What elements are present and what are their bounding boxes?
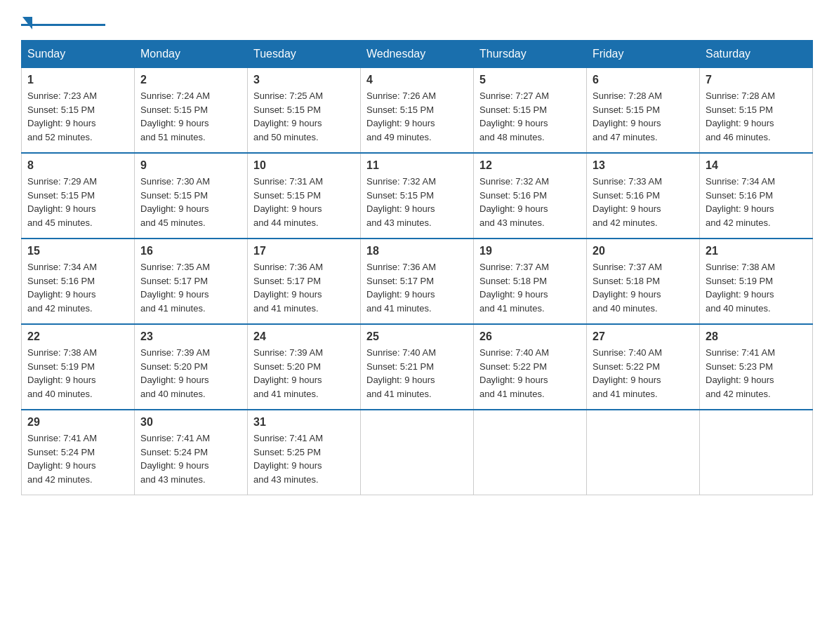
day-info: Sunrise: 7:38 AM Sunset: 5:19 PM Dayligh… bbox=[706, 260, 807, 315]
calendar-day-cell: 1 Sunrise: 7:23 AM Sunset: 5:15 PM Dayli… bbox=[22, 68, 135, 154]
day-info: Sunrise: 7:31 AM Sunset: 5:15 PM Dayligh… bbox=[253, 175, 355, 229]
day-number: 16 bbox=[140, 245, 241, 257]
day-info: Sunrise: 7:40 AM Sunset: 5:22 PM Dayligh… bbox=[479, 346, 581, 401]
day-number: 30 bbox=[140, 416, 241, 429]
day-number: 5 bbox=[479, 74, 581, 86]
calendar-day-cell: 10 Sunrise: 7:31 AM Sunset: 5:15 PM Dayl… bbox=[248, 153, 361, 239]
logo-arrow-icon bbox=[22, 17, 32, 29]
day-info: Sunrise: 7:41 AM Sunset: 5:24 PM Dayligh… bbox=[27, 431, 128, 486]
day-info: Sunrise: 7:26 AM Sunset: 5:15 PM Dayligh… bbox=[366, 89, 468, 144]
calendar-day-cell: 7 Sunrise: 7:28 AM Sunset: 5:15 PM Dayli… bbox=[700, 68, 813, 154]
calendar-day-cell: 14 Sunrise: 7:34 AM Sunset: 5:16 PM Dayl… bbox=[700, 153, 813, 239]
day-info: Sunrise: 7:36 AM Sunset: 5:17 PM Dayligh… bbox=[366, 260, 468, 315]
day-number: 14 bbox=[706, 159, 807, 172]
day-info: Sunrise: 7:23 AM Sunset: 5:15 PM Dayligh… bbox=[27, 89, 128, 144]
calendar-day-cell: 30 Sunrise: 7:41 AM Sunset: 5:24 PM Dayl… bbox=[135, 410, 248, 495]
day-number: 24 bbox=[253, 330, 355, 343]
day-number: 23 bbox=[140, 330, 241, 343]
calendar-week-row: 1 Sunrise: 7:23 AM Sunset: 5:15 PM Dayli… bbox=[22, 68, 813, 154]
calendar-day-cell: 27 Sunrise: 7:40 AM Sunset: 5:22 PM Dayl… bbox=[587, 324, 700, 410]
weekday-header-monday: Monday bbox=[135, 41, 248, 68]
day-info: Sunrise: 7:39 AM Sunset: 5:20 PM Dayligh… bbox=[140, 346, 241, 401]
day-number: 27 bbox=[593, 330, 694, 343]
day-number: 11 bbox=[366, 159, 468, 172]
day-number: 13 bbox=[593, 159, 694, 172]
day-info: Sunrise: 7:40 AM Sunset: 5:22 PM Dayligh… bbox=[593, 346, 694, 401]
day-number: 7 bbox=[706, 74, 807, 86]
day-info: Sunrise: 7:28 AM Sunset: 5:15 PM Dayligh… bbox=[593, 89, 694, 144]
day-info: Sunrise: 7:37 AM Sunset: 5:18 PM Dayligh… bbox=[593, 260, 694, 315]
day-number: 12 bbox=[479, 159, 581, 172]
day-number: 21 bbox=[706, 245, 807, 257]
calendar-day-cell: 24 Sunrise: 7:39 AM Sunset: 5:20 PM Dayl… bbox=[248, 324, 361, 410]
day-number: 15 bbox=[27, 245, 128, 257]
calendar-day-cell: 31 Sunrise: 7:41 AM Sunset: 5:25 PM Dayl… bbox=[248, 410, 361, 495]
day-info: Sunrise: 7:29 AM Sunset: 5:15 PM Dayligh… bbox=[27, 175, 128, 229]
calendar-day-cell: 12 Sunrise: 7:32 AM Sunset: 5:16 PM Dayl… bbox=[474, 153, 587, 239]
calendar-day-cell: 5 Sunrise: 7:27 AM Sunset: 5:15 PM Dayli… bbox=[474, 68, 587, 154]
day-number: 9 bbox=[140, 159, 241, 172]
calendar-day-cell: 29 Sunrise: 7:41 AM Sunset: 5:24 PM Dayl… bbox=[22, 410, 135, 495]
weekday-header-thursday: Thursday bbox=[474, 41, 587, 68]
day-info: Sunrise: 7:34 AM Sunset: 5:16 PM Dayligh… bbox=[706, 175, 807, 229]
calendar-day-cell: 3 Sunrise: 7:25 AM Sunset: 5:15 PM Dayli… bbox=[248, 68, 361, 154]
weekday-header-wednesday: Wednesday bbox=[361, 41, 474, 68]
calendar-day-cell bbox=[474, 410, 587, 495]
calendar-day-cell: 20 Sunrise: 7:37 AM Sunset: 5:18 PM Dayl… bbox=[587, 239, 700, 324]
day-info: Sunrise: 7:37 AM Sunset: 5:18 PM Dayligh… bbox=[479, 260, 581, 315]
day-number: 18 bbox=[366, 245, 468, 257]
day-info: Sunrise: 7:41 AM Sunset: 5:25 PM Dayligh… bbox=[253, 431, 355, 486]
day-info: Sunrise: 7:34 AM Sunset: 5:16 PM Dayligh… bbox=[27, 260, 128, 315]
calendar-day-cell: 18 Sunrise: 7:36 AM Sunset: 5:17 PM Dayl… bbox=[361, 239, 474, 324]
day-number: 4 bbox=[366, 74, 468, 86]
day-number: 6 bbox=[593, 74, 694, 86]
calendar-day-cell: 2 Sunrise: 7:24 AM Sunset: 5:15 PM Dayli… bbox=[135, 68, 248, 154]
day-number: 25 bbox=[366, 330, 468, 343]
day-info: Sunrise: 7:27 AM Sunset: 5:15 PM Dayligh… bbox=[479, 89, 581, 144]
calendar-day-cell: 17 Sunrise: 7:36 AM Sunset: 5:17 PM Dayl… bbox=[248, 239, 361, 324]
calendar-week-row: 15 Sunrise: 7:34 AM Sunset: 5:16 PM Dayl… bbox=[22, 239, 813, 324]
weekday-header-sunday: Sunday bbox=[22, 41, 135, 68]
day-info: Sunrise: 7:35 AM Sunset: 5:17 PM Dayligh… bbox=[140, 260, 241, 315]
calendar-day-cell: 26 Sunrise: 7:40 AM Sunset: 5:22 PM Dayl… bbox=[474, 324, 587, 410]
weekday-header-row: SundayMondayTuesdayWednesdayThursdayFrid… bbox=[22, 41, 813, 68]
day-number: 8 bbox=[27, 159, 128, 172]
day-info: Sunrise: 7:36 AM Sunset: 5:17 PM Dayligh… bbox=[253, 260, 355, 315]
day-info: Sunrise: 7:40 AM Sunset: 5:21 PM Dayligh… bbox=[366, 346, 468, 401]
day-info: Sunrise: 7:28 AM Sunset: 5:15 PM Dayligh… bbox=[706, 89, 807, 144]
weekday-header-tuesday: Tuesday bbox=[248, 41, 361, 68]
day-info: Sunrise: 7:32 AM Sunset: 5:15 PM Dayligh… bbox=[366, 175, 468, 229]
day-info: Sunrise: 7:24 AM Sunset: 5:15 PM Dayligh… bbox=[140, 89, 241, 144]
day-info: Sunrise: 7:38 AM Sunset: 5:19 PM Dayligh… bbox=[27, 346, 128, 401]
calendar-day-cell bbox=[700, 410, 813, 495]
day-number: 28 bbox=[706, 330, 807, 343]
weekday-header-saturday: Saturday bbox=[700, 41, 813, 68]
day-info: Sunrise: 7:32 AM Sunset: 5:16 PM Dayligh… bbox=[479, 175, 581, 229]
day-number: 17 bbox=[253, 245, 355, 257]
calendar-day-cell: 16 Sunrise: 7:35 AM Sunset: 5:17 PM Dayl… bbox=[135, 239, 248, 324]
calendar-day-cell: 11 Sunrise: 7:32 AM Sunset: 5:15 PM Dayl… bbox=[361, 153, 474, 239]
day-info: Sunrise: 7:33 AM Sunset: 5:16 PM Dayligh… bbox=[593, 175, 694, 229]
calendar-week-row: 29 Sunrise: 7:41 AM Sunset: 5:24 PM Dayl… bbox=[22, 410, 813, 495]
day-info: Sunrise: 7:25 AM Sunset: 5:15 PM Dayligh… bbox=[253, 89, 355, 144]
day-number: 31 bbox=[253, 416, 355, 429]
logo-underline bbox=[21, 24, 105, 26]
calendar-day-cell: 25 Sunrise: 7:40 AM Sunset: 5:21 PM Dayl… bbox=[361, 324, 474, 410]
calendar-week-row: 8 Sunrise: 7:29 AM Sunset: 5:15 PM Dayli… bbox=[22, 153, 813, 239]
day-info: Sunrise: 7:41 AM Sunset: 5:23 PM Dayligh… bbox=[706, 346, 807, 401]
day-number: 26 bbox=[479, 330, 581, 343]
calendar-day-cell: 6 Sunrise: 7:28 AM Sunset: 5:15 PM Dayli… bbox=[587, 68, 700, 154]
calendar-day-cell: 8 Sunrise: 7:29 AM Sunset: 5:15 PM Dayli… bbox=[22, 153, 135, 239]
calendar-day-cell: 21 Sunrise: 7:38 AM Sunset: 5:19 PM Dayl… bbox=[700, 239, 813, 324]
day-number: 22 bbox=[27, 330, 128, 343]
calendar-day-cell: 19 Sunrise: 7:37 AM Sunset: 5:18 PM Dayl… bbox=[474, 239, 587, 324]
calendar-day-cell: 28 Sunrise: 7:41 AM Sunset: 5:23 PM Dayl… bbox=[700, 324, 813, 410]
day-number: 29 bbox=[27, 416, 128, 429]
calendar-day-cell bbox=[361, 410, 474, 495]
calendar-day-cell: 13 Sunrise: 7:33 AM Sunset: 5:16 PM Dayl… bbox=[587, 153, 700, 239]
calendar-week-row: 22 Sunrise: 7:38 AM Sunset: 5:19 PM Dayl… bbox=[22, 324, 813, 410]
calendar-day-cell: 22 Sunrise: 7:38 AM Sunset: 5:19 PM Dayl… bbox=[22, 324, 135, 410]
day-number: 1 bbox=[27, 74, 128, 86]
calendar-day-cell: 23 Sunrise: 7:39 AM Sunset: 5:20 PM Dayl… bbox=[135, 324, 248, 410]
day-info: Sunrise: 7:41 AM Sunset: 5:24 PM Dayligh… bbox=[140, 431, 241, 486]
